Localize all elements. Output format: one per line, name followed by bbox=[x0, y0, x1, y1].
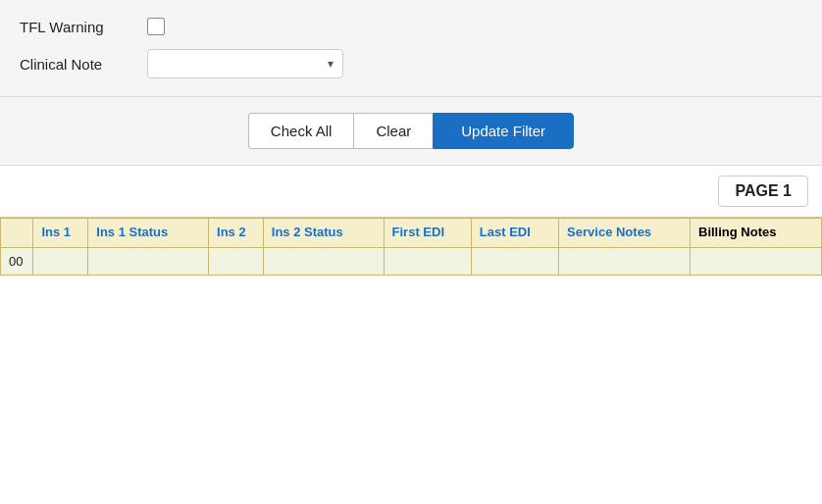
col-header-ins1status: Ins 1 Status bbox=[88, 219, 209, 248]
cell-ins2 bbox=[209, 247, 264, 275]
cell-servicenotes bbox=[559, 247, 691, 275]
cell-lastedi bbox=[471, 247, 558, 275]
cell-ins2status bbox=[263, 247, 384, 275]
col-header-billingnotes: Billing Notes bbox=[691, 219, 822, 248]
tfl-warning-label: TFL Warning bbox=[20, 19, 147, 35]
col-header-lastedi: Last EDI bbox=[471, 219, 558, 248]
table-row: 00 bbox=[1, 247, 822, 275]
col-header-ins2: Ins 2 bbox=[209, 219, 264, 248]
clinical-note-select-wrapper: ▾ bbox=[147, 49, 343, 78]
results-table: Ins 1Ins 1 StatusIns 2Ins 2 StatusFirst … bbox=[0, 218, 822, 276]
cell-ins1status bbox=[88, 247, 209, 275]
clinical-note-select[interactable] bbox=[147, 49, 343, 78]
cell-billingnotes bbox=[691, 247, 822, 275]
page-number: 1 bbox=[783, 182, 792, 199]
col-header-ins2status: Ins 2 Status bbox=[263, 219, 384, 248]
col-header-col0 bbox=[1, 219, 33, 248]
page-bar: PAGE 1 bbox=[0, 166, 822, 217]
action-bar: Check All Clear Update Filter bbox=[0, 97, 822, 166]
page-indicator: PAGE 1 bbox=[718, 176, 808, 207]
col-header-firstedi: First EDI bbox=[384, 219, 471, 248]
clinical-note-label: Clinical Note bbox=[20, 56, 147, 73]
cell-firstedi bbox=[384, 247, 471, 275]
page-prefix: PAGE bbox=[735, 182, 783, 199]
tfl-warning-checkbox[interactable] bbox=[147, 18, 165, 35]
results-table-wrapper: Ins 1Ins 1 StatusIns 2Ins 2 StatusFirst … bbox=[0, 217, 822, 276]
col-header-servicenotes: Service Notes bbox=[559, 219, 691, 248]
check-all-button[interactable]: Check All bbox=[248, 113, 354, 149]
cell-ins1 bbox=[33, 247, 88, 275]
col-header-ins1: Ins 1 bbox=[33, 219, 88, 248]
update-filter-button[interactable]: Update Filter bbox=[433, 113, 574, 149]
cell-col0: 00 bbox=[1, 247, 33, 275]
clear-button[interactable]: Clear bbox=[353, 113, 433, 149]
